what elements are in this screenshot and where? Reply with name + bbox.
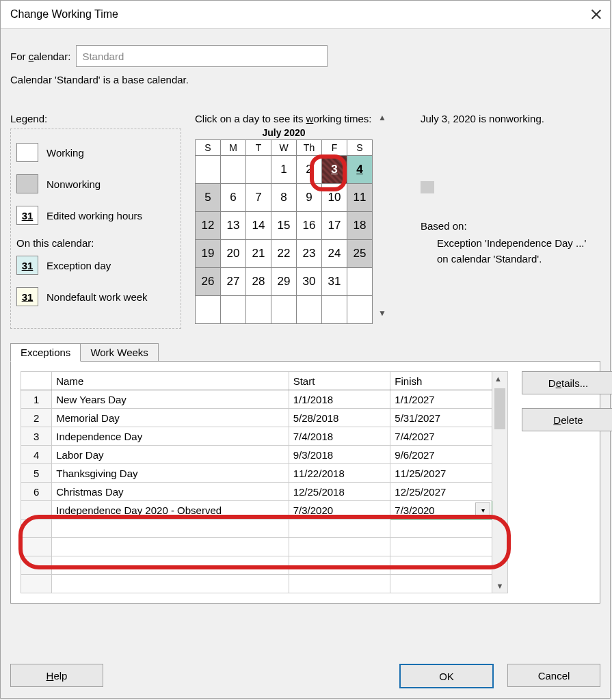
cell-finish[interactable]: 7/4/2027 xyxy=(390,427,492,446)
cancel-button[interactable]: Cancel xyxy=(507,664,600,687)
calendar-grid[interactable]: SMTWThFS 1234567891011121314151617181920… xyxy=(195,139,373,324)
col-finish[interactable]: Finish xyxy=(390,372,492,390)
legend-text: Working xyxy=(46,147,84,159)
close-icon[interactable] xyxy=(591,9,602,20)
row-number[interactable]: 5 xyxy=(21,464,52,483)
details-button[interactable]: Details... xyxy=(522,371,612,394)
calendar-day[interactable]: 15 xyxy=(271,212,297,240)
legend-swatch xyxy=(16,174,38,193)
table-row[interactable]: 2Memorial Day5/28/20185/31/2027 xyxy=(21,409,492,427)
calendar-day[interactable]: 21 xyxy=(246,240,271,268)
row-number[interactable] xyxy=(21,501,52,520)
calendar-day[interactable]: 4 xyxy=(347,156,373,184)
calendar-day[interactable]: 16 xyxy=(297,212,322,240)
calendar-day[interactable]: 10 xyxy=(322,184,347,212)
ok-button[interactable]: OK xyxy=(399,664,494,688)
calendar-day[interactable]: 14 xyxy=(246,212,271,240)
calendar-day[interactable]: 30 xyxy=(297,268,322,296)
calendar-day[interactable]: 8 xyxy=(271,184,297,212)
calendar-day[interactable]: 20 xyxy=(221,240,246,268)
table-row[interactable]: 5Thanksgiving Day11/22/201811/25/2027 xyxy=(21,464,492,483)
cell-name[interactable]: Labor Day xyxy=(52,446,289,464)
row-number[interactable]: 4 xyxy=(21,446,52,464)
calendar-day[interactable]: 2 xyxy=(297,156,322,184)
calendar-day[interactable]: 18 xyxy=(347,212,373,240)
cell-start[interactable]: 12/25/2018 xyxy=(289,483,390,501)
calendar-day[interactable]: 25 xyxy=(347,240,373,268)
cell-start[interactable]: 1/1/2018 xyxy=(289,390,390,409)
table-row-empty[interactable] xyxy=(21,575,492,593)
calendar-day[interactable]: 12 xyxy=(196,212,221,240)
scroll-up-icon[interactable]: ▲ xyxy=(378,113,386,122)
cell-finish[interactable]: 7/3/2020▾ xyxy=(390,501,492,520)
exceptions-table[interactable]: Name Start Finish 1New Years Day1/1/2018… xyxy=(21,371,492,593)
calendar-day[interactable]: 17 xyxy=(322,212,347,240)
cell-name[interactable]: Independence Day 2020 - Observed xyxy=(52,501,289,520)
calendar-day[interactable]: 1 xyxy=(271,156,297,184)
calendar-day[interactable]: 23 xyxy=(297,240,322,268)
based-on-text: Exception 'Independence Day ...' on cale… xyxy=(437,236,598,267)
cell-finish[interactable]: 11/25/2027 xyxy=(390,464,492,483)
cell-start[interactable]: 7/4/2018 xyxy=(289,427,390,446)
cell-start[interactable]: 9/3/2018 xyxy=(289,446,390,464)
calendar-day[interactable]: 7 xyxy=(246,184,271,212)
base-calendar-note: Calendar 'Standard' is a base calendar. xyxy=(10,74,600,85)
calendar-day[interactable]: 22 xyxy=(271,240,297,268)
row-number[interactable]: 3 xyxy=(21,427,52,446)
scroll-down-icon[interactable]: ▼ xyxy=(496,579,504,593)
day-status: July 3, 2020 is nonworking. xyxy=(421,113,598,124)
cell-start[interactable]: 5/28/2018 xyxy=(289,409,390,427)
cell-start[interactable]: 11/22/2018 xyxy=(289,464,390,483)
calendar-scroll[interactable]: ▲ ▼ xyxy=(375,113,389,318)
calendar-day[interactable]: 11 xyxy=(347,184,373,212)
row-number[interactable]: 1 xyxy=(21,390,52,409)
calendar-day[interactable]: 24 xyxy=(322,240,347,268)
cell-name[interactable]: Thanksgiving Day xyxy=(52,464,289,483)
scroll-thumb[interactable] xyxy=(494,388,505,429)
calendar-day[interactable]: 13 xyxy=(221,212,246,240)
calendar-day[interactable]: 31 xyxy=(322,268,347,296)
calendar-day[interactable]: 19 xyxy=(196,240,221,268)
delete-button[interactable]: Delete xyxy=(522,408,612,431)
calendar-day[interactable]: 3 xyxy=(322,156,347,184)
cell-name[interactable]: Christmas Day xyxy=(52,483,289,501)
cell-finish[interactable]: 12/25/2027 xyxy=(390,483,492,501)
cell-name[interactable]: Memorial Day xyxy=(52,409,289,427)
cell-start[interactable]: 7/3/2020 xyxy=(289,501,390,520)
cell-name[interactable]: Independence Day xyxy=(52,427,289,446)
scroll-down-icon[interactable]: ▼ xyxy=(378,308,386,318)
cell-finish[interactable]: 1/1/2027 xyxy=(390,390,492,409)
tab-exceptions[interactable]: Exceptions xyxy=(10,343,81,362)
calendar-day[interactable]: 5 xyxy=(196,184,221,212)
table-row[interactable]: 3Independence Day7/4/20187/4/2027 xyxy=(21,427,492,446)
table-scrollbar[interactable]: ▲ ▼ xyxy=(492,371,508,593)
calendar-day[interactable]: 27 xyxy=(221,268,246,296)
col-start[interactable]: Start xyxy=(289,372,390,390)
col-name[interactable]: Name xyxy=(52,372,289,390)
table-row[interactable]: 4Labor Day9/3/20189/6/2027 xyxy=(21,446,492,464)
calendar-day[interactable]: 29 xyxy=(271,268,297,296)
calendar-day[interactable]: 28 xyxy=(246,268,271,296)
help-button[interactable]: Help xyxy=(10,664,103,687)
based-on-label: Based on: xyxy=(421,220,598,232)
table-row[interactable]: Independence Day 2020 - Observed7/3/2020… xyxy=(21,501,492,520)
cell-name[interactable]: New Years Day xyxy=(52,390,289,409)
table-row-empty[interactable] xyxy=(21,556,492,575)
table-row[interactable]: 6Christmas Day12/25/201812/25/2027 xyxy=(21,483,492,501)
row-number[interactable]: 6 xyxy=(21,483,52,501)
row-number[interactable]: 2 xyxy=(21,409,52,427)
calendar-day[interactable]: 26 xyxy=(196,268,221,296)
table-row-empty[interactable] xyxy=(21,520,492,538)
calendar-dropdown[interactable]: Standard xyxy=(76,45,328,67)
cell-finish[interactable]: 5/31/2027 xyxy=(390,409,492,427)
scroll-up-icon[interactable]: ▲ xyxy=(494,372,505,386)
table-row-empty[interactable] xyxy=(21,538,492,556)
legend-text: Edited working hours xyxy=(46,210,142,221)
calendar-dow: T xyxy=(246,140,271,156)
table-row[interactable]: 1New Years Day1/1/20181/1/2027 xyxy=(21,390,492,409)
chevron-down-icon[interactable]: ▾ xyxy=(475,502,490,517)
tab-work-weeks[interactable]: Work Weeks xyxy=(81,343,158,362)
calendar-day[interactable]: 9 xyxy=(297,184,322,212)
cell-finish[interactable]: 9/6/2027 xyxy=(390,446,492,464)
calendar-day[interactable]: 6 xyxy=(221,184,246,212)
